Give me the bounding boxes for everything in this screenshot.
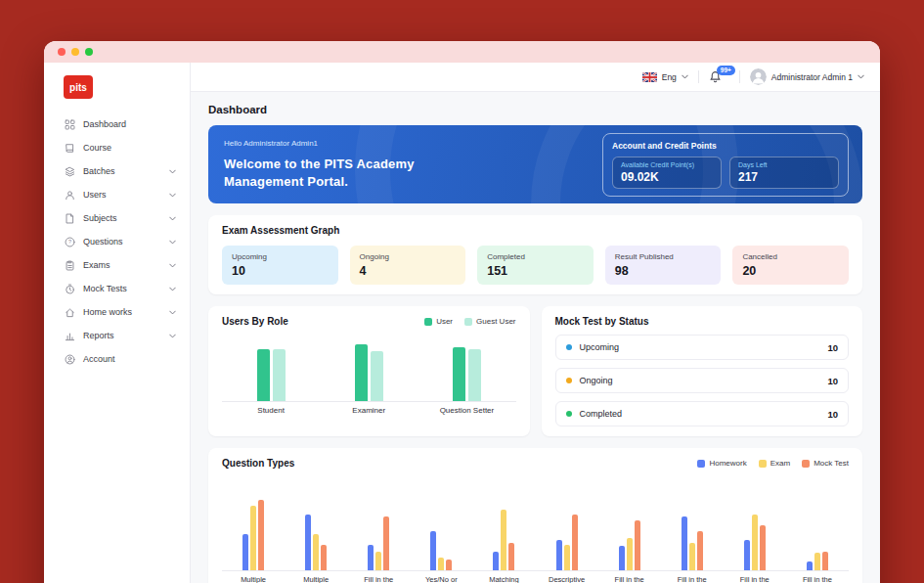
legend-item-mock-test: Mock Test	[802, 459, 849, 468]
bar-homework	[807, 561, 813, 570]
questions-icon: ?	[65, 237, 75, 247]
sidebar-item-account[interactable]: Account	[44, 347, 190, 371]
bar-group-fill-in-the-blanks	[786, 552, 849, 570]
sidebar-item-label: Home works	[83, 307, 132, 317]
legend-item-homework: Homework	[697, 459, 746, 468]
stat-tile-result-published: Result Published98	[605, 246, 722, 285]
chevron-down-icon	[169, 216, 176, 221]
bar-exam	[752, 515, 758, 570]
reports-icon	[65, 331, 75, 341]
course-icon	[65, 143, 75, 154]
sidebar-item-mock-tests[interactable]: Mock Tests	[44, 277, 190, 300]
bar-mock-test	[446, 560, 452, 570]
notifications-button[interactable]: 99+	[709, 70, 722, 83]
chevron-down-icon	[169, 310, 176, 315]
bar-homework	[242, 534, 248, 570]
bar-exam	[313, 534, 319, 570]
maximize-window-button[interactable]	[85, 48, 93, 56]
bar-mock-test	[572, 515, 578, 570]
chevron-down-icon	[169, 334, 176, 338]
sidebar-item-label: Exams	[83, 260, 110, 270]
status-label: Completed	[580, 409, 623, 419]
sidebar: pits DashboardCourseBatchesUsersSubjects…	[44, 63, 191, 583]
stat-value: 4	[360, 264, 457, 278]
welcome-text: Welcome to the PITS Academy Management P…	[224, 156, 415, 190]
bar-homework	[682, 516, 687, 570]
bar-group-matching	[472, 510, 535, 570]
category-label: Matching	[472, 575, 535, 583]
bar-group-student	[222, 349, 320, 401]
sidebar-item-dashboard[interactable]: Dashboard	[44, 112, 190, 136]
question-types-chart: Multiple ChoiceMultiple SelectionFill in…	[222, 484, 849, 583]
category-label: Descriptive	[535, 575, 597, 583]
category-label: Question Setter	[418, 406, 515, 416]
bar-user	[355, 344, 368, 401]
bar-homework	[430, 531, 436, 570]
bar-mock-test	[321, 545, 327, 570]
bar-exam	[627, 538, 633, 570]
sidebar-item-questions[interactable]: ?Questions	[44, 230, 190, 253]
credit-panel-title: Account and Credit Points	[612, 141, 839, 151]
bar-mock-test	[760, 525, 766, 570]
sidebar-item-home-works[interactable]: Home works	[44, 300, 190, 324]
sidebar-item-label: Subjects	[83, 213, 117, 223]
bar-mock-test	[383, 516, 389, 570]
batches-icon	[65, 166, 75, 177]
credit-panel: Account and Credit Points Available Cred…	[602, 133, 849, 197]
stat-label: Upcoming	[232, 252, 329, 261]
topbar: Eng 99+ Administrator Admin 1	[191, 63, 880, 92]
stat-tile-ongoing: Ongoing4	[350, 246, 466, 285]
user-menu[interactable]: Administrator Admin 1	[750, 68, 864, 85]
legend-swatch	[424, 318, 432, 326]
sidebar-item-course[interactable]: Course	[44, 136, 190, 159]
card-title: Question Types	[222, 458, 294, 469]
mock-tests-icon	[65, 284, 75, 294]
chevron-down-icon	[169, 193, 176, 198]
bar-exam	[814, 553, 820, 570]
bar-group-fill-in-the-blanks	[661, 516, 724, 570]
homeworks-icon	[65, 307, 75, 318]
sidebar-item-label: Batches	[83, 166, 115, 176]
subjects-icon	[65, 213, 75, 224]
bar-exam	[501, 510, 506, 570]
stat-value: 98	[615, 264, 712, 278]
sidebar-item-reports[interactable]: Reports	[44, 324, 190, 347]
bar-group-question-setter	[418, 347, 515, 401]
logo-text: pits	[69, 82, 87, 93]
status-value: 10	[827, 342, 838, 353]
bar-user	[257, 349, 270, 401]
status-value: 10	[827, 376, 838, 386]
legend-swatch	[464, 318, 472, 326]
close-window-button[interactable]	[58, 48, 66, 56]
stat-tile-completed: Completed151	[477, 246, 594, 285]
legend-swatch	[802, 460, 810, 468]
bar-mock-test	[697, 531, 703, 570]
status-row-upcoming: Upcoming10	[555, 335, 850, 360]
category-label: Fill in the blanks	[661, 575, 724, 583]
bar-homework	[493, 552, 499, 570]
account-icon	[65, 354, 75, 365]
legend-item-user: User	[424, 317, 453, 326]
language-selector[interactable]: Eng	[642, 72, 688, 82]
content-area: Dashboard Hello Administrator Admin1 Wel…	[191, 92, 880, 583]
minimize-window-button[interactable]	[71, 48, 79, 56]
card-title: Users By Role	[222, 316, 288, 327]
credit-label: Available Credit Point(s)	[621, 161, 713, 168]
category-label: Fill in the blanks	[786, 575, 849, 583]
sidebar-nav: DashboardCourseBatchesUsersSubjects?Ques…	[44, 112, 190, 371]
exams-icon	[65, 260, 75, 271]
bar-homework	[619, 546, 625, 570]
bar-homework	[368, 545, 374, 570]
bar-guest-user	[371, 351, 383, 401]
credit-value: 09.02K	[621, 170, 713, 184]
app-window: pits DashboardCourseBatchesUsersSubjects…	[44, 41, 880, 583]
sidebar-item-batches[interactable]: Batches	[44, 159, 190, 183]
status-dot	[566, 411, 572, 417]
sidebar-item-exams[interactable]: Exams	[44, 253, 190, 277]
legend-item-exam: Exam	[759, 459, 790, 468]
sidebar-item-users[interactable]: Users	[44, 183, 190, 206]
sidebar-item-subjects[interactable]: Subjects	[44, 206, 190, 230]
sidebar-item-label: Dashboard	[83, 119, 126, 129]
status-label: Upcoming	[580, 342, 620, 352]
chevron-down-icon	[169, 287, 176, 292]
